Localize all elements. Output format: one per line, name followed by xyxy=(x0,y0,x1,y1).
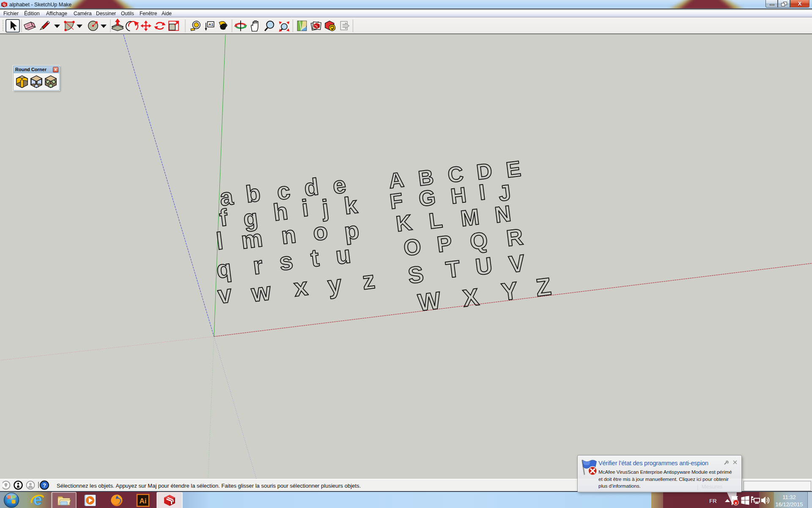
svg-text:n: n xyxy=(280,221,297,249)
svg-text:S: S xyxy=(406,261,425,289)
svg-text:k: k xyxy=(343,191,359,219)
svg-text:V: V xyxy=(508,249,527,278)
svg-text:O: O xyxy=(402,234,422,261)
svg-text:Ai: Ai xyxy=(140,497,147,505)
svg-text:E: E xyxy=(505,156,522,182)
svg-text:w: w xyxy=(250,277,273,307)
svg-text:M: M xyxy=(459,204,481,231)
svg-text:?: ? xyxy=(43,482,46,489)
svg-text:W: W xyxy=(416,286,442,316)
svg-text:r: r xyxy=(251,251,264,279)
svg-text:N: N xyxy=(493,201,512,227)
svg-text:Y: Y xyxy=(500,276,519,306)
svg-text:x: x xyxy=(292,273,310,302)
svg-text:z: z xyxy=(361,266,376,295)
svg-text:K: K xyxy=(395,210,414,236)
svg-text:v: v xyxy=(216,280,233,309)
svg-text:F: F xyxy=(389,188,404,213)
svg-text:11:32: 11:32 xyxy=(782,494,796,500)
svg-text:P: P xyxy=(436,230,453,257)
svg-text:G: G xyxy=(417,185,437,211)
svg-text:o: o xyxy=(311,217,329,246)
svg-text:L: L xyxy=(428,207,444,233)
svg-text:T: T xyxy=(444,255,462,283)
svg-text:A1: A1 xyxy=(208,22,214,27)
svg-text:Z: Z xyxy=(534,272,552,301)
svg-text:e: e xyxy=(33,492,42,508)
svg-text:b: b xyxy=(244,179,262,208)
svg-text:x: x xyxy=(735,501,737,505)
svg-text:U: U xyxy=(474,252,494,280)
svg-text:q: q xyxy=(215,254,233,283)
svg-text:16/12/2015: 16/12/2015 xyxy=(775,501,803,508)
svg-text:y: y xyxy=(326,270,343,300)
svg-text:X: X xyxy=(461,283,480,312)
svg-text:H: H xyxy=(449,182,468,208)
svg-text:t: t xyxy=(309,243,321,272)
svg-text:s: s xyxy=(277,246,294,275)
svg-text:FR: FR xyxy=(709,498,716,504)
svg-text:R: R xyxy=(505,224,524,251)
svg-text:m: m xyxy=(239,224,264,254)
svg-text:Q: Q xyxy=(469,227,489,254)
svg-text:l: l xyxy=(215,227,225,254)
